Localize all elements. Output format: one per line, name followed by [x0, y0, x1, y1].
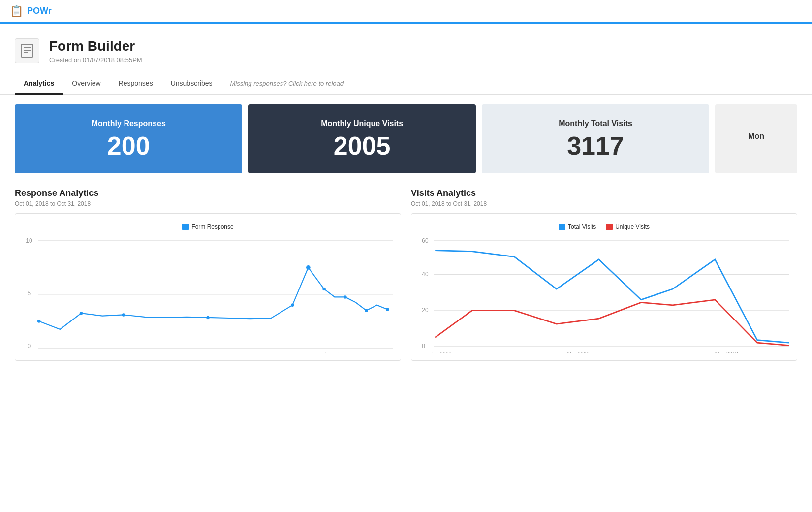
stat-monthly-total-visits: Monthly Total Visits 3117 — [482, 104, 709, 173]
page-title: Form Builder — [49, 38, 142, 54]
visits-legend: Total Visits Unique Visits — [419, 224, 789, 230]
visits-chart-svg: 60 40 20 0 Jan 2018 Mar 2018 May 2018 — [419, 235, 789, 353]
visits-legend-total: Total Visits — [559, 224, 596, 230]
svg-text:60: 60 — [422, 237, 428, 244]
tab-analytics[interactable]: Analytics — [15, 73, 63, 95]
svg-text:May 2018: May 2018 — [715, 351, 738, 353]
svg-text:10: 10 — [26, 237, 32, 244]
stat-monthly-unique-visits: Monthly Unique Visits 2005 — [248, 104, 475, 173]
stat-monthly-unique-visits-value: 2005 — [334, 133, 391, 159]
stat-monthly-total-visits-value: 3117 — [567, 133, 624, 159]
svg-text:40: 40 — [422, 271, 428, 278]
svg-point-19 — [386, 308, 389, 311]
total-visits-legend-dot — [559, 224, 565, 230]
visits-analytics-date: Oct 01, 2018 to Oct 31, 2018 — [411, 200, 797, 207]
unique-visits-legend-label: Unique Visits — [615, 224, 650, 230]
response-legend-item: Form Response — [182, 224, 233, 230]
svg-text:Mar 2018: Mar 2018 — [567, 351, 589, 353]
svg-point-10 — [37, 320, 40, 323]
top-bar: 📋 POWr — [0, 0, 812, 24]
stat-monthly-unique-visits-label: Monthly Unique Visits — [321, 119, 403, 128]
stats-row: Monthly Responses 200 Monthly Unique Vis… — [0, 95, 812, 183]
svg-point-18 — [365, 309, 368, 312]
svg-text:Mar 1, 2018: Mar 1, 2018 — [29, 352, 54, 353]
svg-point-14 — [291, 304, 294, 307]
tab-overview[interactable]: Overview — [63, 73, 109, 95]
svg-text:Jan 2018: Jan 2018 — [430, 351, 451, 353]
response-analytics-chart: Form Response 10 5 0 — [15, 213, 401, 361]
response-analytics-title: Response Analytics — [15, 188, 401, 198]
svg-point-17 — [344, 295, 346, 299]
stat-monthly-responses: Monthly Responses 200 — [15, 104, 242, 173]
svg-text:0: 0 — [422, 343, 425, 350]
page-header: Form Builder Created on 01/07/2018 08:55… — [0, 24, 812, 73]
svg-point-13 — [206, 316, 209, 320]
response-legend-label: Form Response — [191, 224, 233, 230]
svg-text:Apr 30/May2/2018: Apr 30/May2/2018 — [311, 352, 350, 353]
form-builder-icon — [15, 38, 39, 63]
tab-responses[interactable]: Responses — [110, 73, 162, 95]
svg-point-15 — [306, 265, 311, 270]
response-analytics-container: Response Analytics Oct 01, 2018 to Oct 3… — [15, 188, 401, 361]
visits-legend-unique: Unique Visits — [606, 224, 650, 230]
tab-reload-link[interactable]: Missing responses? Click here to reload — [221, 74, 352, 95]
total-visits-legend-label: Total Visits — [568, 224, 596, 230]
stat-monthly-total-visits-label: Monthly Total Visits — [559, 119, 632, 128]
svg-point-11 — [80, 312, 83, 315]
unique-visits-legend-dot — [606, 224, 613, 230]
svg-text:Mar 31, 2018: Mar 31, 2018 — [168, 352, 196, 353]
logo-icon: 📋 — [10, 5, 23, 18]
visits-analytics-container: Visits Analytics Oct 01, 2018 to Oct 31,… — [411, 188, 797, 361]
created-date: Created on 01/07/2018 08:55PM — [49, 56, 142, 64]
response-chart-svg: 10 5 0 Mar 1, — [23, 235, 393, 353]
svg-point-16 — [322, 288, 325, 291]
logo-text: POWr — [27, 6, 52, 16]
svg-text:20: 20 — [422, 307, 428, 314]
charts-row: Response Analytics Oct 01, 2018 to Oct 3… — [0, 183, 812, 376]
header-text: Form Builder Created on 01/07/2018 08:55… — [49, 38, 142, 64]
stat-monthly-responses-label: Monthly Responses — [92, 119, 166, 128]
svg-text:0: 0 — [28, 343, 31, 350]
stat-mon-label: Mon — [748, 132, 764, 141]
svg-point-12 — [122, 313, 125, 317]
response-legend: Form Response — [23, 224, 393, 230]
visits-analytics-title: Visits Analytics — [411, 188, 797, 198]
stat-mon-partial: Mon — [715, 104, 797, 173]
svg-text:Mar 21, 2018: Mar 21, 2018 — [121, 352, 149, 353]
visits-analytics-chart: Total Visits Unique Visits 60 40 20 0 — [411, 213, 797, 361]
svg-text:5: 5 — [28, 290, 31, 297]
svg-text:Apr 10, 2018: Apr 10, 2018 — [216, 352, 243, 353]
response-analytics-date: Oct 01, 2018 to Oct 31, 2018 — [15, 200, 401, 207]
svg-text:Mar 11, 2018: Mar 11, 2018 — [73, 352, 101, 353]
svg-text:Apr 20, 2018: Apr 20, 2018 — [263, 352, 290, 353]
tabs-container: Analytics Overview Responses Unsubscribe… — [0, 73, 812, 95]
logo: 📋 POWr — [10, 5, 52, 18]
stat-monthly-responses-value: 200 — [107, 133, 150, 159]
response-legend-dot — [182, 224, 189, 230]
tab-unsubscribes[interactable]: Unsubscribes — [162, 73, 221, 95]
